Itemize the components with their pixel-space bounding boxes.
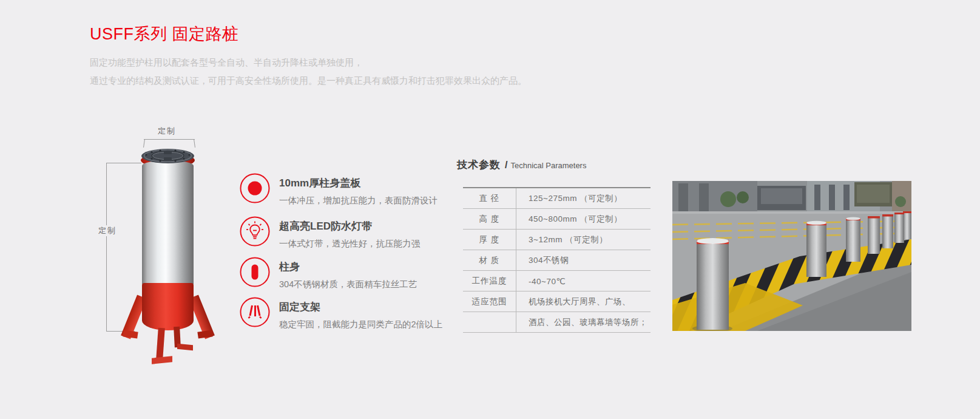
tech-params-table: 直 径 125~275mm （可定制） 高 度 450~800mm （可定制） … — [463, 187, 651, 333]
column-icon — [239, 256, 271, 288]
led-bulb-icon — [239, 216, 271, 247]
param-label: 高 度 — [463, 209, 516, 230]
installed-bollards-photo — [672, 181, 911, 331]
cover-plate-icon — [239, 172, 271, 204]
description-line-1: 固定功能型护柱用以配套各型号全自动、半自动升降柱或单独使用， — [90, 53, 527, 72]
table-row: 直 径 125~275mm （可定制） — [463, 188, 651, 209]
feature-title: 10mm厚柱身盖板 — [279, 176, 438, 190]
param-value: 125~275mm （可定制） — [516, 188, 651, 209]
table-row: 材 质 304不锈钢 — [463, 250, 651, 271]
bollard-cap — [141, 149, 194, 163]
param-label — [463, 312, 516, 333]
feature-desc: 一体式灯带，透光性好，抗压能力强 — [279, 238, 420, 250]
tech-params-separator: / — [505, 160, 507, 170]
feature-desc: 稳定牢固，阻截能力是同类产品的2倍以上 — [279, 319, 442, 330]
page-title: USFF系列 固定路桩 — [90, 23, 239, 45]
param-value: 304不锈钢 — [516, 250, 651, 271]
dimension-label-left: 定制 — [97, 225, 118, 236]
dimension-tick-right — [194, 139, 195, 148]
feature-desc: 304不锈钢材质，表面精车拉丝工艺 — [279, 279, 417, 290]
product-description: 固定功能型护柱用以配套各型号全自动、半自动升降柱或单独使用， 通过专业的结构及测… — [90, 53, 527, 90]
bollard-leg-front — [156, 328, 165, 360]
feature-title: 柱身 — [279, 260, 417, 274]
feature-title: 固定支架 — [279, 300, 442, 314]
tech-params-title-zh: 技术参数 — [457, 159, 501, 171]
dimension-bracket-top — [106, 163, 141, 163]
dimension-line-left — [106, 163, 107, 331]
param-value: -40~70℃ — [516, 271, 651, 291]
feature-desc: 一体冲压，增加抗压能力，表面防滑设计 — [279, 195, 438, 206]
param-value: 450~800mm （可定制） — [516, 209, 651, 230]
table-row: 高 度 450~800mm （可定制） — [463, 209, 651, 230]
param-label: 材 质 — [463, 250, 516, 271]
dimension-line-top — [144, 139, 195, 140]
param-value: 3~12mm （可定制） — [516, 230, 651, 250]
feature-item-column: 柱身 304不锈钢材质，表面精车拉丝工艺 — [239, 256, 417, 290]
tech-params-header: 技术参数/Technical Parameters — [457, 158, 586, 172]
feature-item-led-band: 超高亮LED防水灯带 一体式灯带，透光性好，抗压能力强 — [239, 216, 420, 250]
dimension-tick-left — [143, 139, 145, 148]
table-row: 适应范围 机场接机大厅周界、广场、 — [463, 291, 651, 312]
param-label: 直 径 — [463, 188, 516, 209]
feature-item-cover-plate: 10mm厚柱身盖板 一体冲压，增加抗压能力，表面防滑设计 — [239, 172, 438, 206]
description-line-2: 通过专业的结构及测试认证，可用于高安全性场所使用。是一种真正具有威慑力和打击犯罪… — [90, 72, 527, 90]
table-row: 工作温度 -40~70℃ — [463, 271, 651, 291]
param-value: 酒店、公园、玻璃幕墙等场所； — [516, 312, 651, 333]
dimension-label-top: 定制 — [157, 126, 177, 137]
table-row: 酒店、公园、玻璃幕墙等场所； — [463, 312, 651, 333]
param-label: 工作温度 — [463, 271, 516, 291]
param-label: 适应范围 — [463, 291, 516, 312]
bollard-steel-body — [142, 160, 194, 284]
param-label: 厚 度 — [463, 230, 516, 250]
product-page: USFF系列 固定路桩 固定功能型护柱用以配套各型号全自动、半自动升降柱或单独使… — [0, 0, 980, 419]
table-row: 厚 度 3~12mm （可定制） — [463, 230, 651, 250]
feature-title: 超高亮LED防水灯带 — [279, 219, 420, 233]
bollard-red-base — [142, 283, 194, 330]
param-value: 机场接机大厅周界、广场、 — [516, 291, 651, 312]
bracket-legs-icon — [239, 296, 271, 328]
tech-params-title-en: Technical Parameters — [510, 161, 586, 170]
feature-item-bracket: 固定支架 稳定牢固，阻截能力是同类产品的2倍以上 — [239, 296, 442, 330]
